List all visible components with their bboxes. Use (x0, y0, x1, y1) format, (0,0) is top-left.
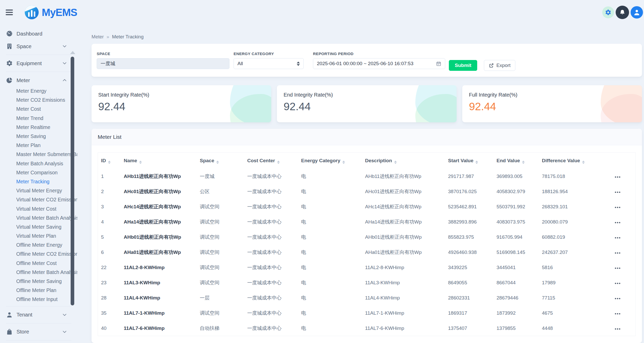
reporting-period-input[interactable]: 2025-06-01 00:00:00 ~ 2025-06-10 16:07:5… (313, 58, 445, 69)
row-actions-ellipsis-icon[interactable] (614, 175, 621, 179)
cell-description: AHc01进线柜正向有功Wp (362, 184, 445, 199)
cell-end-value: 5169098.145 (493, 245, 539, 260)
sidebar-item-virtual-meter-cost[interactable]: Virtual Meter Cost (0, 204, 77, 213)
stat-cards-row: Start Integrity Rate(%) 92.44 End Integr… (92, 85, 642, 122)
sidebar-item-label: Equipment (16, 60, 42, 66)
sidebar-item-offline-meter-co2-emissions[interactable]: Offline Meter CO2 Emissions (0, 250, 77, 259)
row-actions-ellipsis-icon[interactable] (614, 281, 621, 286)
sidebar-item-label: Meter Plan (16, 142, 40, 148)
sidebar-item-offline-meter-plan[interactable]: Offline Meter Plan (0, 286, 77, 295)
sidebar-item-offline-meter-input[interactable]: Offline Meter Input (0, 295, 77, 304)
sort-icon (139, 161, 142, 164)
column-header-description[interactable]: Description (362, 153, 445, 169)
sidebar-item-meter-trend[interactable]: Meter Trend (0, 114, 77, 123)
cell-actions (600, 321, 635, 336)
column-header-start-value[interactable]: Start Value (445, 153, 493, 169)
table-header-row: IDNameSpaceCost CenterEnergy CategoryDes… (98, 153, 635, 169)
gear-icon (605, 9, 612, 16)
sidebar-item-store[interactable]: Store (0, 325, 77, 338)
cell-end-value: 8667044 (493, 275, 539, 290)
calendar-icon[interactable] (436, 61, 441, 66)
sidebar-item-label: Offline Meter CO2 Emissions (16, 251, 77, 257)
sidebar-item-offline-meter-energy[interactable]: Offline Meter Energy (0, 241, 77, 250)
space-input[interactable]: 一度城 (97, 58, 229, 69)
row-actions-ellipsis-icon[interactable] (614, 205, 621, 210)
sidebar-item-virtual-meter-batch-analysis[interactable]: Virtual Meter Batch Analysis (0, 213, 77, 222)
stat-label: Full Integrity Rate(%) (469, 92, 635, 98)
sidebar-item-space[interactable]: Space (0, 40, 77, 53)
sidebar-item-meter-energy[interactable]: Meter Energy (0, 87, 77, 96)
select-updown-icon (297, 62, 300, 66)
sidebar-item-equipment[interactable]: Equipment (0, 57, 77, 70)
column-header-id[interactable]: ID (98, 153, 121, 169)
breadcrumb-meter[interactable]: Meter (92, 34, 104, 40)
export-button[interactable]: Export (484, 60, 515, 71)
column-header-cost-center[interactable]: Cost Center (244, 153, 298, 169)
cell-space: 公区 (197, 184, 244, 199)
column-header-name[interactable]: Name (121, 153, 197, 169)
cell-space: 一度城 (197, 169, 244, 184)
column-header-end-value[interactable]: End Value (493, 153, 539, 169)
sidebar-item-meter-tracking[interactable]: Meter Tracking (0, 177, 77, 186)
sidebar-item-meter-cost[interactable]: Meter Cost (0, 105, 77, 114)
row-actions-ellipsis-icon[interactable] (614, 312, 621, 316)
bag-icon (6, 328, 13, 335)
settings-button[interactable] (602, 6, 614, 18)
sidebar-item-meter-saving[interactable]: Meter Saving (0, 132, 77, 141)
cell-id: 1 (98, 169, 121, 184)
sidebar-item-label: Meter Energy (16, 88, 46, 94)
energy-category-select[interactable]: All (234, 58, 304, 69)
sidebar-item-offline-meter-batch-analysis[interactable]: Offline Meter Batch Analysis (0, 268, 77, 277)
row-actions-ellipsis-icon[interactable] (614, 220, 621, 225)
sidebar-item-virtual-meter-energy[interactable]: Virtual Meter Energy (0, 186, 77, 195)
account-button[interactable] (631, 6, 643, 19)
stat-value: 92.44 (284, 100, 450, 113)
cell-name: AHc01进线柜正向有功Wp (121, 184, 197, 199)
sidebar-scroll-up-icon[interactable] (70, 51, 75, 54)
sidebar-item-label: Meter Trend (16, 115, 43, 121)
row-actions-ellipsis-icon[interactable] (614, 251, 621, 255)
cell-actions (600, 275, 635, 290)
cell-description: 11AL7-1-KWHimp (362, 305, 445, 321)
sidebar-item-virtual-meter-co2-emissions[interactable]: Virtual Meter CO2 Emissions (0, 195, 77, 204)
sidebar-item-master-meter-submeters-balance[interactable]: Master Meter Submeters Balance (0, 150, 77, 159)
column-header-energy-category[interactable]: Energy Category (298, 153, 362, 169)
sidebar-item-meter-comparison[interactable]: Meter Comparison (0, 168, 77, 177)
row-actions-ellipsis-icon[interactable] (614, 236, 621, 240)
meter-table-container: IDNameSpaceCost CenterEnergy CategoryDes… (98, 152, 636, 336)
hamburger-menu-button[interactable] (6, 9, 14, 16)
brand-logo[interactable]: MyEMS (25, 5, 77, 19)
column-label: Start Value (448, 158, 473, 163)
sidebar-item-virtual-meter-saving[interactable]: Virtual Meter Saving (0, 222, 77, 231)
row-actions-ellipsis-icon[interactable] (614, 190, 621, 194)
energy-category-label: ENERGY CATEGORY (234, 52, 304, 56)
cell-cost-center: 一度城成本中心 (244, 305, 298, 321)
cell-description: AHa01进线柜正向有功Wp (362, 245, 445, 260)
cell-space: 调试空间 (197, 275, 244, 290)
cell-difference-value: 200080.079 (539, 214, 600, 229)
sidebar-item-tenant[interactable]: Tenant (0, 308, 77, 321)
submit-button[interactable]: Submit (449, 60, 477, 71)
notifications-button[interactable] (616, 6, 629, 19)
sidebar-item-meter[interactable]: Meter (0, 74, 77, 87)
sidebar-item-label: Store (16, 329, 29, 335)
column-header-space[interactable]: Space (197, 153, 244, 169)
sidebar-item-meter-co2-emissions[interactable]: Meter CO2 Emissions (0, 96, 77, 105)
sidebar-item-offline-meter-cost[interactable]: Offline Meter Cost (0, 259, 77, 268)
sidebar-item-virtual-meter-plan[interactable]: Virtual Meter Plan (0, 231, 77, 241)
sidebar-scrollbar-thumb[interactable] (71, 57, 74, 305)
sidebar-item-meter-realtime[interactable]: Meter Realtime (0, 123, 77, 132)
cell-space: 调试空间 (197, 214, 244, 229)
sidebar-item-meter-batch-analysis[interactable]: Meter Batch Analysis (0, 159, 77, 168)
sidebar-item-offline-meter-saving[interactable]: Offline Meter Saving (0, 277, 77, 286)
column-header-difference-value[interactable]: Difference Value (539, 153, 600, 169)
cell-space: 调试空间 (197, 305, 244, 321)
row-actions-ellipsis-icon[interactable] (614, 266, 621, 270)
row-actions-ellipsis-icon[interactable] (614, 296, 621, 301)
sort-icon (475, 161, 478, 164)
cell-id: 23 (98, 275, 121, 290)
cell-name: 11AL7-6-KWHimp (121, 321, 197, 336)
sidebar-item-dashboard[interactable]: Dashboard (0, 27, 77, 40)
sidebar-item-meter-plan[interactable]: Meter Plan (0, 141, 77, 150)
row-actions-ellipsis-icon[interactable] (614, 327, 621, 331)
